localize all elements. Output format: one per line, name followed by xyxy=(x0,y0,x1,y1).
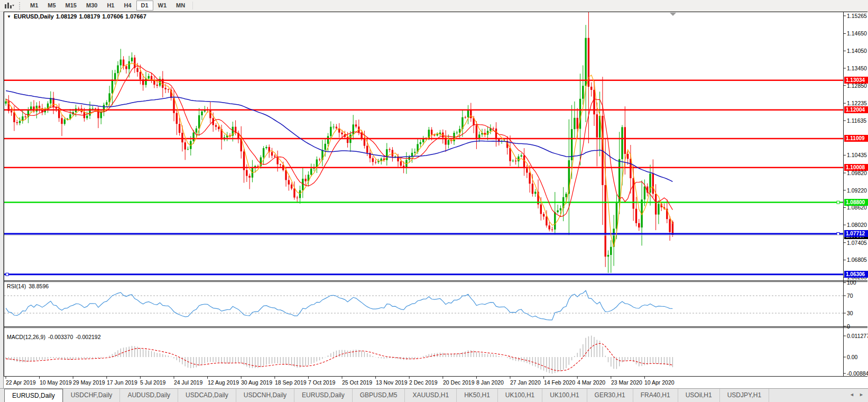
hline-1.07712[interactable] xyxy=(4,233,843,235)
chart-tab-usoil-h1[interactable]: USOil,H1 xyxy=(678,389,720,402)
hline-1.08800[interactable] xyxy=(4,201,843,204)
chart-type-button[interactable] xyxy=(2,1,16,11)
chart-tab-uk100-h1[interactable]: UK100,H1 xyxy=(542,389,587,402)
line-handle[interactable] xyxy=(6,273,8,276)
timeframe-button-w1[interactable]: W1 xyxy=(153,1,172,11)
timeframe-toolbar: M1M5M15M30H1H4D1W1MN xyxy=(0,0,868,12)
chart-canvas[interactable] xyxy=(0,0,868,402)
toolbar-separator xyxy=(192,2,193,10)
toolbar-grip[interactable] xyxy=(19,2,22,10)
chart-tab-xauusd-h1[interactable]: XAUUSD,H1 xyxy=(405,389,457,402)
line-handle[interactable] xyxy=(837,233,839,235)
timeframe-button-m5[interactable]: M5 xyxy=(43,1,60,11)
chart-tab-eurusd-daily[interactable]: EURUSD,Daily xyxy=(4,389,63,402)
timeframe-button-m15[interactable]: M15 xyxy=(61,1,81,11)
chart-tab-fra40-h1[interactable]: FRA40,H1 xyxy=(633,389,678,402)
tab-scroll-left-button[interactable]: ◄ xyxy=(849,392,854,397)
chart-tab-gbpusd-m5[interactable]: GBPUSD,M5 xyxy=(353,389,405,402)
chart-tab-usdchf-daily[interactable]: USDCHF,Daily xyxy=(63,389,121,402)
chart-tab-hk50-h1[interactable]: HK50,H1 xyxy=(457,389,498,402)
chart-tab-audusd-daily[interactable]: AUDUSD,Daily xyxy=(120,389,178,402)
chart-icon xyxy=(4,2,14,10)
window-left-frame xyxy=(0,11,4,388)
chart-tab-eurusd-daily[interactable]: EURUSD,Daily xyxy=(294,389,353,402)
line-handle[interactable] xyxy=(837,201,839,204)
timeframe-button-mn[interactable]: MN xyxy=(171,1,190,11)
chart-shift-marker[interactable] xyxy=(670,13,676,16)
macd-signal-line xyxy=(6,343,672,371)
timeframe-button-m30[interactable]: M30 xyxy=(81,1,102,11)
hline-1.06306[interactable] xyxy=(4,273,843,276)
tab-scroll-right-button[interactable]: ► xyxy=(859,392,864,397)
chart-tab-uk100-h1[interactable]: UK100,H1 xyxy=(498,389,542,402)
timeframe-button-h1[interactable]: H1 xyxy=(102,1,119,11)
chart-tab-usdcad-daily[interactable]: USDCAD,Daily xyxy=(178,389,236,402)
chart-tab-usdjpy-h1[interactable]: USDJPY,H1 xyxy=(720,389,769,402)
macd-histogram xyxy=(6,336,672,374)
rsi-line xyxy=(6,290,672,320)
timeframe-button-h4[interactable]: H4 xyxy=(119,1,136,11)
chart-tabs-bar: EURUSD,DailyUSDCHF,DailyAUDUSD,DailyUSDC… xyxy=(0,388,868,402)
timeframe-button-d1[interactable]: D1 xyxy=(136,1,153,11)
chart-tab-usdcnh-daily[interactable]: USDCNH,Daily xyxy=(236,389,294,402)
chart-tab-ger30-h1[interactable]: GER30,H1 xyxy=(587,389,633,402)
chevron-down-icon xyxy=(12,5,14,6)
timeframe-button-m1[interactable]: M1 xyxy=(25,1,43,11)
candlestick-series xyxy=(5,0,673,273)
